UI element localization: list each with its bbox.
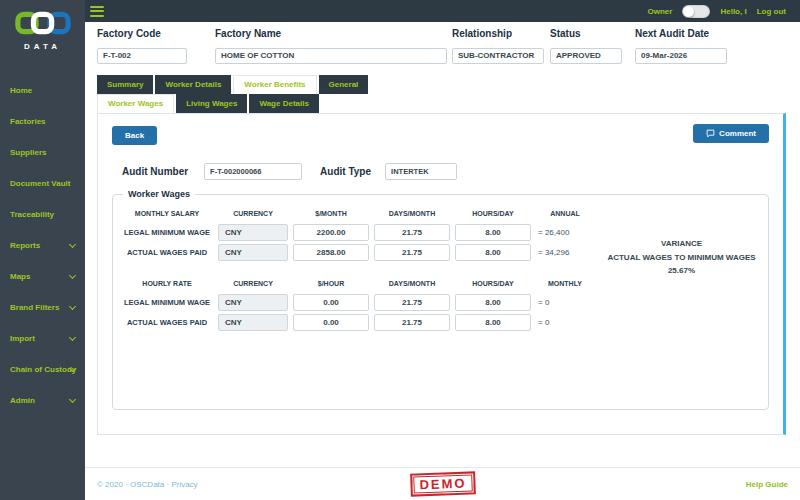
amount-cell[interactable]	[293, 314, 369, 331]
chain-links-icon	[14, 10, 72, 36]
chevron-down-icon	[69, 334, 76, 341]
days-cell[interactable]	[374, 294, 450, 311]
next-audit-date-input[interactable]	[635, 48, 727, 64]
sidebar-item-document-vault[interactable]: Document Vault	[0, 168, 85, 199]
footer: © 2020 · OSCData · Privacy DEMO Help Gui…	[85, 467, 800, 500]
amount-cell[interactable]	[293, 244, 369, 261]
sidebar-item-factories[interactable]: Factories	[0, 106, 85, 137]
status-field: Status	[550, 28, 622, 64]
app-window: Owner Hello, I Log out DATA Home Factori…	[0, 0, 800, 500]
owner-toggle[interactable]	[682, 5, 710, 18]
amount-cell[interactable]	[293, 294, 369, 311]
relationship-field: Relationship	[452, 28, 544, 64]
section-title: Worker Wages	[123, 189, 195, 199]
variance-title: VARIANCE	[603, 237, 760, 251]
audit-number-input[interactable]	[204, 163, 302, 180]
subtab-wage-details[interactable]: Wage Details	[249, 94, 319, 113]
status-input[interactable]	[550, 48, 622, 64]
currency-cell[interactable]	[218, 244, 288, 261]
col-header: MONTHLY SALARY	[121, 207, 213, 221]
currency-cell[interactable]	[218, 224, 288, 241]
chevron-down-icon	[69, 272, 76, 279]
subtab-worker-wages[interactable]: Worker Wages	[97, 94, 174, 113]
next-audit-date-field: Next Audit Date	[635, 28, 727, 64]
col-header: $/HOUR	[293, 277, 369, 291]
hours-cell[interactable]	[455, 314, 531, 331]
chevron-down-icon	[69, 241, 76, 248]
hours-cell[interactable]	[455, 224, 531, 241]
worker-wages-section: Worker Wages MONTHLY SALARY CURRENCY $/M…	[112, 194, 769, 410]
sidebar-item-import[interactable]: Import	[0, 323, 85, 354]
monthly-total: = 0	[536, 314, 594, 331]
sub-tabs: Worker Wages Living Wages Wage Details	[97, 94, 319, 113]
factory-name-input[interactable]	[215, 48, 447, 64]
currency-cell[interactable]	[218, 314, 288, 331]
main-content: Factory Code Factory Name Relationship S…	[85, 22, 800, 500]
comment-button[interactable]: Comment	[693, 124, 769, 143]
copyright-text: © 2020 · OSCData ·	[97, 480, 169, 489]
audit-row: Audit Number Audit Type	[122, 163, 769, 180]
col-header: HOURS/DAY	[455, 277, 531, 291]
currency-cell[interactable]	[218, 294, 288, 311]
hours-cell[interactable]	[455, 244, 531, 261]
factory-code-input[interactable]	[97, 48, 187, 64]
tab-worker-benefits[interactable]: Worker Benefits	[233, 75, 316, 94]
col-header: HOURS/DAY	[455, 207, 531, 221]
row-label: LEGAL MINIMUM WAGE	[121, 294, 213, 311]
tab-general[interactable]: General	[319, 75, 369, 94]
tab-worker-details[interactable]: Worker Details	[155, 75, 231, 94]
row-label: ACTUAL WAGES PAID	[121, 314, 213, 331]
help-guide-link[interactable]: Help Guide	[746, 480, 788, 489]
monthly-salary-table: MONTHLY SALARY CURRENCY $/MONTH DAYS/MON…	[121, 207, 603, 261]
menu-icon[interactable]	[90, 6, 104, 17]
annual-total: = 34,296	[536, 244, 594, 261]
wage-tables: MONTHLY SALARY CURRENCY $/MONTH DAYS/MON…	[121, 207, 603, 331]
tab-summary[interactable]: Summary	[97, 75, 153, 94]
col-header: CURRENCY	[218, 207, 288, 221]
relationship-input[interactable]	[452, 48, 544, 64]
sidebar-item-suppliers[interactable]: Suppliers	[0, 137, 85, 168]
main-tabs: Summary Worker Details Worker Benefits G…	[97, 75, 368, 94]
variance-block: VARIANCE ACTUAL WAGES TO MINIMUM WAGES 2…	[603, 237, 760, 331]
row-label: LEGAL MINIMUM WAGE	[121, 224, 213, 241]
sidebar-item-maps[interactable]: Maps	[0, 261, 85, 292]
sidebar-item-reports[interactable]: Reports	[0, 230, 85, 261]
hours-cell[interactable]	[455, 294, 531, 311]
factory-code-field: Factory Code	[97, 28, 187, 64]
toggle-knob	[683, 6, 694, 17]
amount-cell[interactable]	[293, 224, 369, 241]
sidebar-item-brand-filters[interactable]: Brand Filters	[0, 292, 85, 323]
col-header: DAYS/MONTH	[374, 277, 450, 291]
sidebar-item-home[interactable]: Home	[0, 75, 85, 106]
next-audit-date-label: Next Audit Date	[635, 28, 727, 39]
top-bar: Owner Hello, I Log out	[85, 0, 800, 22]
demo-stamp: DEMO	[410, 471, 476, 496]
sidebar: DATA Home Factories Suppliers Document V…	[0, 0, 85, 500]
audit-number-label: Audit Number	[122, 166, 188, 177]
col-header: DAYS/MONTH	[374, 207, 450, 221]
factory-code-label: Factory Code	[97, 28, 187, 39]
subtab-living-wages[interactable]: Living Wages	[176, 94, 247, 113]
relationship-label: Relationship	[452, 28, 544, 39]
comment-icon	[706, 129, 715, 138]
monthly-total: = 0	[536, 294, 594, 311]
privacy-link[interactable]: Privacy	[171, 480, 197, 489]
days-cell[interactable]	[374, 224, 450, 241]
sidebar-item-admin[interactable]: Admin	[0, 385, 85, 416]
sidebar-item-chain-of-custody[interactable]: Chain of Custody	[0, 354, 85, 385]
audit-type-input[interactable]	[385, 163, 457, 180]
days-cell[interactable]	[374, 244, 450, 261]
brand-name: DATA	[0, 42, 85, 51]
audit-type-label: Audit Type	[320, 166, 371, 177]
logout-link[interactable]: Log out	[757, 7, 786, 16]
status-label: Status	[550, 28, 622, 39]
row-label: ACTUAL WAGES PAID	[121, 244, 213, 261]
sidebar-item-traceability[interactable]: Traceability	[0, 199, 85, 230]
brand-logo: DATA	[0, 0, 85, 57]
back-button[interactable]: Back	[112, 126, 157, 145]
variance-value: 25.67%	[603, 264, 760, 278]
chevron-down-icon	[69, 396, 76, 403]
col-header: CURRENCY	[218, 277, 288, 291]
greeting-text: Hello, I	[720, 7, 746, 16]
days-cell[interactable]	[374, 314, 450, 331]
